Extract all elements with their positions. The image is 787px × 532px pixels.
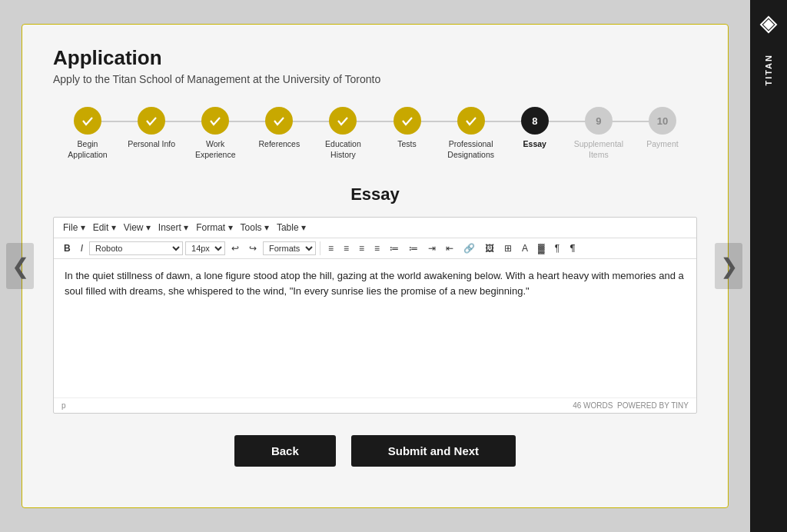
text-color-button[interactable]: A <box>518 241 532 255</box>
step-label-9: Supplemental Items <box>572 139 626 160</box>
checkmark-icon <box>209 115 221 127</box>
menu-view[interactable]: View ▾ <box>121 221 154 234</box>
justify-button[interactable]: ≡ <box>370 241 384 255</box>
step-label-1: Begin Application <box>61 139 115 160</box>
step-10: 10 Payment <box>636 107 689 150</box>
chevron-right-icon: ❯ <box>720 254 738 279</box>
essay-content-area[interactable]: In the quiet stillness of dawn, a lone f… <box>54 259 696 397</box>
align-left-button[interactable]: ≡ <box>324 241 337 255</box>
font-size-select[interactable]: 14px 12px 16px 18px <box>185 241 225 255</box>
step-label-5: Education History <box>316 139 370 160</box>
step-circle-10: 10 <box>649 107 676 135</box>
step-4: References <box>252 107 306 150</box>
checkmark-icon <box>465 115 477 127</box>
step-label-7: Professional Designations <box>444 139 498 160</box>
step-6: Tests <box>380 107 434 150</box>
editor-footer: p 46 WORDS POWERED BY TINY <box>54 397 696 413</box>
special-chars-button[interactable]: ¶̈ <box>566 241 579 255</box>
italic-button[interactable]: I <box>77 241 87 255</box>
next-arrow-button[interactable]: ❯ <box>715 243 742 289</box>
numbered-list-button[interactable]: ≔ <box>405 241 422 255</box>
step-label-3: Work Experience <box>188 139 242 160</box>
menu-file[interactable]: File ▾ <box>60 221 88 234</box>
main-card: Application Apply to the Titan School of… <box>22 24 729 508</box>
align-right-button[interactable]: ≡ <box>355 241 368 255</box>
table-button[interactable]: ⊞ <box>500 241 516 255</box>
highlight-button[interactable]: ▓ <box>534 241 549 255</box>
step-circle-3 <box>201 107 229 135</box>
brand-name: TITAN <box>764 54 773 86</box>
step-circle-7 <box>457 107 485 135</box>
formats-select[interactable]: Formats <box>263 241 316 255</box>
editor-tag-indicator: p <box>61 401 66 410</box>
bullet-list-button[interactable]: ≔ <box>386 241 403 255</box>
checkmark-icon <box>145 115 158 127</box>
menu-insert[interactable]: Insert ▾ <box>155 221 191 234</box>
font-family-select[interactable]: Roboto Arial Times New Roman <box>89 241 183 255</box>
step-circle-8: 8 <box>521 107 549 135</box>
menu-table[interactable]: Table ▾ <box>274 221 309 234</box>
show-blocks-button[interactable]: ¶ <box>551 241 563 255</box>
action-buttons: Back Submit and Next <box>53 435 697 467</box>
page-title: Application <box>53 46 697 70</box>
step-label-4: References <box>258 139 300 150</box>
step-label-8: Essay <box>523 139 546 150</box>
indent-button[interactable]: ⇥ <box>424 241 440 255</box>
step-label-6: Tests <box>397 139 417 150</box>
align-center-button[interactable]: ≡ <box>340 241 353 255</box>
prev-arrow-button[interactable]: ❮ <box>6 243 34 289</box>
checkmark-icon <box>337 115 349 127</box>
step-7: Professional Designations <box>444 107 498 160</box>
step-circle-9: 9 <box>585 107 613 135</box>
right-sidebar: TITAN <box>750 0 787 532</box>
step-circle-1 <box>74 107 101 135</box>
image-button[interactable]: 🖼 <box>481 241 498 255</box>
outdent-button[interactable]: ⇤ <box>442 241 457 255</box>
step-circle-5 <box>329 107 357 135</box>
menu-edit[interactable]: Edit ▾ <box>90 221 119 234</box>
essay-editor: File ▾ Edit ▾ View ▾ Insert ▾ Format ▾ T… <box>53 217 697 414</box>
checkmark-icon <box>401 115 413 127</box>
menu-format[interactable]: Format ▾ <box>193 221 235 234</box>
editor-menubar: File ▾ Edit ▾ View ▾ Insert ▾ Format ▾ T… <box>54 218 696 238</box>
redo-button[interactable]: ↪ <box>245 241 261 255</box>
editor-word-count: 46 WORDS POWERED BY TINY <box>573 401 689 410</box>
section-title: Essay <box>53 185 697 204</box>
step-circle-2 <box>138 107 165 135</box>
step-1: Begin Application <box>61 107 115 160</box>
step-circle-6 <box>394 107 421 135</box>
bold-button[interactable]: B <box>60 241 75 255</box>
undo-button[interactable]: ↩ <box>227 241 243 255</box>
editor-toolbar: B I Roboto Arial Times New Roman 14px 12… <box>54 238 696 259</box>
checkmark-icon <box>81 115 94 127</box>
step-label-10: Payment <box>646 139 678 150</box>
step-8: 8 Essay <box>508 107 562 150</box>
back-button[interactable]: Back <box>234 435 336 467</box>
chevron-left-icon: ❮ <box>12 254 29 279</box>
titan-logo-icon <box>759 15 778 34</box>
link-button[interactable]: 🔗 <box>460 241 479 255</box>
checkmark-icon <box>273 115 285 127</box>
step-5: Education History <box>316 107 370 160</box>
toolbar-divider-1 <box>320 241 320 255</box>
progress-steps: Begin Application Personal Info Work Exp… <box>53 107 697 160</box>
submit-next-button[interactable]: Submit and Next <box>351 435 516 467</box>
step-3: Work Experience <box>188 107 242 160</box>
page-subtitle: Apply to the Titan School of Management … <box>53 73 697 85</box>
step-label-2: Personal Info <box>128 139 175 150</box>
step-2: Personal Info <box>125 107 178 150</box>
step-9: 9 Supplemental Items <box>572 107 626 160</box>
step-circle-4 <box>265 107 293 135</box>
menu-tools[interactable]: Tools ▾ <box>237 221 272 234</box>
